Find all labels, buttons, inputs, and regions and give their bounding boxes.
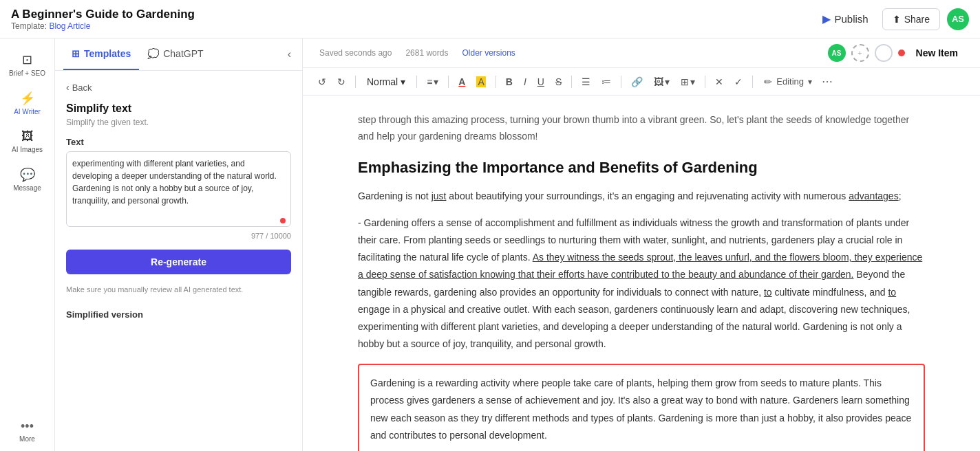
editor-meta-bar: Saved seconds ago 2681 words Older versi… (303, 38, 980, 68)
tool-title: Simplify text (66, 102, 291, 115)
link-button[interactable]: 🔗 (627, 74, 647, 90)
more-options-icon: ⋯ (822, 75, 833, 88)
publish-icon: ▶ (822, 12, 831, 25)
panel-tabs: ⊞ Templates 💭 ChatGPT ‹ (55, 38, 302, 71)
toolbar-separator-8 (752, 76, 753, 88)
new-item-button[interactable]: New Item (910, 45, 963, 61)
toolbar-separator-6 (621, 76, 621, 88)
bold-icon: B (506, 76, 513, 87)
top-bar-right: ▶ Publish ⬆ Share AS (816, 8, 969, 30)
panel-collapse-button[interactable]: ‹ (285, 45, 294, 63)
tool-description: Simplify the given text. (66, 118, 291, 127)
table-chevron-icon: ▾ (690, 76, 695, 87)
redo-button[interactable]: ↻ (333, 74, 350, 90)
italic-icon: I (524, 76, 526, 87)
table-icon: ⊞ (681, 76, 689, 87)
style-value: Normal (367, 76, 398, 87)
tab-templates[interactable]: ⊞ Templates (63, 38, 139, 70)
toolbar-more-button[interactable]: ⋯ (818, 72, 837, 91)
editing-badge: ✏ Editing ▾ (764, 76, 812, 87)
underline-button[interactable]: U (533, 74, 548, 90)
side-panel: ⊞ Templates 💭 ChatGPT ‹ ‹ Back Simplify … (55, 38, 303, 451)
table-button[interactable]: ⊞ ▾ (677, 74, 699, 90)
text-color-button[interactable]: A (454, 74, 469, 90)
align-chevron-icon: ▾ (434, 76, 438, 87)
highlight-button[interactable]: A (472, 74, 489, 90)
spellcheck-button[interactable]: ✓ (730, 74, 747, 90)
italic-button[interactable]: I (520, 74, 531, 90)
sidebar-item-label: AI Images (12, 146, 43, 153)
editor-content[interactable]: step through this amazing process, turni… (303, 96, 980, 451)
text-input-label: Text (66, 137, 291, 147)
editor-para-2: - Gardening offers a sense of accomplish… (358, 214, 925, 353)
doc-template: Template: Blog Article (11, 21, 816, 31)
template-prefix: Template: (11, 21, 47, 31)
brief-seo-icon: ⊡ (22, 52, 32, 67)
bullet-list-button[interactable]: ☰ (577, 74, 595, 90)
more-label: More (19, 435, 35, 443)
sidebar-item-message[interactable]: 💬 Message (4, 162, 51, 197)
back-arrow-icon: ‹ (66, 82, 70, 93)
tab-templates-label: Templates (84, 48, 131, 59)
sidebar-item-ai-images[interactable]: 🖼 AI Images (4, 124, 51, 159)
chatgpt-icon: 💭 (147, 48, 159, 59)
text-color-icon: A (458, 76, 465, 87)
align-button[interactable]: ≡ ▾ (423, 74, 443, 90)
word-count: 2681 words (405, 48, 448, 58)
spell-icon: ✓ (734, 76, 743, 87)
numbered-icon: ≔ (601, 76, 611, 87)
undo-button[interactable]: ↺ (314, 74, 330, 90)
regenerate-label: Re-generate (151, 256, 206, 267)
undo-icon: ↺ (318, 76, 326, 87)
bold-button[interactable]: B (502, 74, 517, 90)
regenerate-button[interactable]: Re-generate (66, 250, 291, 274)
sidebar-more[interactable]: ••• More (19, 419, 35, 443)
doc-info: A Beginner's Guide to Gardening Template… (11, 8, 816, 31)
simplified-version-label: Simplified version (66, 309, 291, 320)
style-dropdown[interactable]: Normal ▾ (361, 74, 411, 90)
style-chevron-icon: ▾ (401, 76, 405, 87)
editor-para-1: Gardening is not just about beautifying … (358, 188, 925, 205)
image-insert-icon: 🖼 (654, 76, 663, 87)
new-item-label: New Item (916, 47, 958, 58)
editor-avatar[interactable]: AS (828, 44, 846, 62)
tab-chatgpt[interactable]: 💭 ChatGPT (139, 38, 211, 70)
text-input-wrapper: experimenting with different plant varie… (66, 151, 291, 229)
top-bar: A Beginner's Guide to Gardening Template… (0, 0, 980, 38)
sidebar-item-ai-writer[interactable]: ⚡ AI Writer (4, 85, 51, 121)
image-icon: 🖼 (21, 129, 34, 144)
simplified-content-box: Gardening is a rewarding activity where … (358, 364, 925, 451)
sidebar-item-label: AI Writer (14, 108, 41, 116)
chat-icon: 💬 (20, 167, 35, 182)
recording-indicator (280, 218, 286, 223)
sidebar-item-label: Brief + SEO (9, 69, 45, 77)
editor-avatar-initials: AS (832, 50, 842, 57)
editor-area: Saved seconds ago 2681 words Older versi… (303, 38, 980, 451)
editor-intro: step through this amazing process, turni… (358, 112, 925, 145)
lightning-icon: ⚡ (20, 91, 35, 106)
strikethrough-button[interactable]: S (551, 74, 566, 90)
template-link[interactable]: Blog Article (49, 21, 90, 31)
para1-text: Gardening is not just about beautifying … (358, 190, 902, 201)
avatar-initials: AS (952, 14, 964, 24)
saved-status: Saved seconds ago (319, 48, 392, 58)
toolbar-separator-7 (705, 76, 705, 88)
link-icon: 🔗 (631, 76, 643, 87)
text-input[interactable]: experimenting with different plant varie… (66, 151, 291, 227)
toolbar-separator-4 (496, 76, 496, 88)
sidebar-item-brief-seo[interactable]: ⊡ Brief + SEO (4, 47, 51, 82)
numbered-list-button[interactable]: ≔ (597, 74, 615, 90)
publish-button[interactable]: ▶ Publish (816, 8, 875, 30)
char-count: 977 / 10000 (66, 232, 291, 240)
clear-format-button[interactable]: ✕ (711, 74, 727, 90)
back-button[interactable]: ‹ Back (66, 82, 291, 93)
share-button[interactable]: ⬆ Share (882, 8, 940, 30)
ai-note: Make sure you manually review all AI gen… (66, 284, 291, 296)
image-button[interactable]: 🖼 ▾ (650, 74, 674, 90)
panel-content: ‹ Back Simplify text Simplify the given … (55, 71, 302, 451)
older-versions-link[interactable]: Older versions (462, 48, 515, 58)
notification-dot (898, 50, 905, 56)
user-avatar[interactable]: AS (947, 8, 969, 30)
editing-chevron-icon: ▾ (808, 77, 812, 87)
editing-label: Editing (776, 76, 804, 87)
